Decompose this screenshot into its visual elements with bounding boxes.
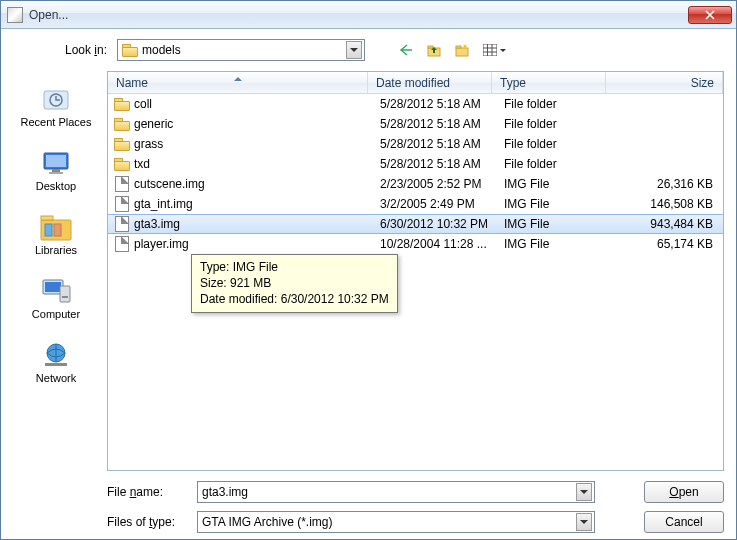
file-icon	[114, 236, 130, 252]
view-icon	[483, 44, 497, 56]
dropdown-arrow-icon[interactable]	[346, 41, 362, 59]
file-type: File folder	[496, 137, 610, 151]
new-folder-button[interactable]	[451, 39, 473, 61]
lookin-value: models	[142, 43, 181, 57]
lookin-combo[interactable]: models	[117, 39, 365, 61]
file-name: player.img	[134, 237, 372, 251]
file-date: 10/28/2004 11:28 ...	[372, 237, 496, 251]
column-type[interactable]: Type	[492, 72, 606, 93]
svg-rect-17	[45, 224, 52, 236]
folder-icon	[114, 116, 130, 132]
folder-icon	[122, 44, 138, 57]
file-row[interactable]: cutscene.img2/23/2005 2:52 PMIMG File26,…	[108, 174, 723, 194]
folder-icon	[114, 96, 130, 112]
file-size: 146,508 KB	[610, 197, 723, 211]
filename-combo[interactable]: gta3.img	[197, 481, 595, 503]
svg-rect-12	[46, 155, 66, 167]
column-date[interactable]: Date modified	[368, 72, 492, 93]
file-icon	[114, 176, 130, 192]
file-size: 65,174 KB	[610, 237, 723, 251]
dropdown-arrow-icon[interactable]	[576, 483, 592, 501]
computer-icon	[39, 276, 73, 306]
file-size: 943,484 KB	[610, 217, 723, 231]
file-row[interactable]: generic5/28/2012 5:18 AMFile folder	[108, 114, 723, 134]
file-type: File folder	[496, 157, 610, 171]
svg-rect-2	[456, 48, 468, 56]
file-date: 2/23/2005 2:52 PM	[372, 177, 496, 191]
file-date: 5/28/2012 5:18 AM	[372, 157, 496, 171]
lookin-row: Look in: models	[53, 39, 724, 61]
svg-rect-3	[456, 46, 461, 48]
file-row[interactable]: gta_int.img3/2/2005 2:49 PMIMG File146,5…	[108, 194, 723, 214]
svg-rect-13	[52, 169, 60, 172]
recent-places-icon	[39, 84, 73, 114]
file-icon	[114, 196, 130, 212]
svg-rect-1	[428, 46, 433, 48]
file-type: IMG File	[496, 237, 610, 251]
column-size[interactable]: Size	[606, 72, 723, 93]
file-type: File folder	[496, 117, 610, 131]
folder-icon	[114, 136, 130, 152]
file-name: grass	[134, 137, 372, 151]
file-row[interactable]: coll5/28/2012 5:18 AMFile folder	[108, 94, 723, 114]
view-menu-button[interactable]	[479, 39, 509, 61]
bottom-panel: File name: gta3.img Open Files of type: …	[107, 481, 724, 533]
dropdown-arrow-icon[interactable]	[576, 513, 592, 531]
filetype-label: Files of type:	[107, 515, 187, 529]
file-type: IMG File	[496, 177, 610, 191]
back-arrow-icon	[399, 44, 413, 56]
file-type: File folder	[496, 97, 610, 111]
titlebar: Open...	[1, 1, 736, 29]
open-button[interactable]: Open	[644, 481, 724, 503]
file-name: generic	[134, 117, 372, 131]
desktop-icon	[39, 148, 73, 178]
column-name[interactable]: Name	[108, 72, 368, 93]
file-row[interactable]: txd5/28/2012 5:18 AMFile folder	[108, 154, 723, 174]
dialog-content: Look in: models	[1, 29, 736, 540]
back-button[interactable]	[395, 39, 417, 61]
svg-rect-14	[49, 172, 63, 174]
filetype-combo[interactable]: GTA IMG Archive (*.img)	[197, 511, 595, 533]
file-icon	[114, 216, 130, 232]
filetype-value: GTA IMG Archive (*.img)	[202, 515, 332, 529]
file-row[interactable]: gta3.img6/30/2012 10:32 PMIMG File943,48…	[108, 214, 723, 234]
tooltip: Type: IMG File Size: 921 MB Date modifie…	[191, 254, 398, 313]
place-network[interactable]: Network	[16, 331, 96, 393]
app-icon	[7, 7, 23, 23]
place-desktop[interactable]: Desktop	[16, 139, 96, 201]
file-date: 6/30/2012 10:32 PM	[372, 217, 496, 231]
up-one-level-button[interactable]	[423, 39, 445, 61]
svg-rect-21	[60, 286, 70, 302]
folder-icon	[114, 156, 130, 172]
svg-rect-18	[54, 224, 61, 236]
column-headers: Name Date modified Type Size	[108, 72, 723, 94]
file-name: cutscene.img	[134, 177, 372, 191]
up-folder-icon	[427, 43, 441, 57]
file-date: 3/2/2005 2:49 PM	[372, 197, 496, 211]
cancel-button[interactable]: Cancel	[644, 511, 724, 533]
places-bar: Recent Places Desktop Libraries Computer	[13, 71, 99, 471]
file-name: gta_int.img	[134, 197, 372, 211]
file-row[interactable]: player.img10/28/2004 11:28 ...IMG File65…	[108, 234, 723, 254]
network-icon	[39, 340, 73, 370]
filename-label: File name:	[107, 485, 187, 499]
new-folder-icon	[455, 43, 469, 57]
svg-rect-22	[62, 296, 68, 298]
close-button[interactable]	[688, 6, 732, 24]
file-date: 5/28/2012 5:18 AM	[372, 117, 496, 131]
file-name: gta3.img	[134, 217, 372, 231]
file-row[interactable]: grass5/28/2012 5:18 AMFile folder	[108, 134, 723, 154]
file-type: IMG File	[496, 197, 610, 211]
file-size: 26,316 KB	[610, 177, 723, 191]
place-recent[interactable]: Recent Places	[16, 75, 96, 137]
file-date: 5/28/2012 5:18 AM	[372, 97, 496, 111]
place-libraries[interactable]: Libraries	[16, 203, 96, 265]
svg-rect-16	[41, 216, 53, 220]
svg-rect-20	[45, 282, 61, 292]
lookin-label: Look in:	[53, 43, 107, 57]
libraries-icon	[39, 212, 73, 242]
file-date: 5/28/2012 5:18 AM	[372, 137, 496, 151]
svg-rect-4	[483, 44, 497, 56]
place-computer[interactable]: Computer	[16, 267, 96, 329]
file-type: IMG File	[496, 217, 610, 231]
